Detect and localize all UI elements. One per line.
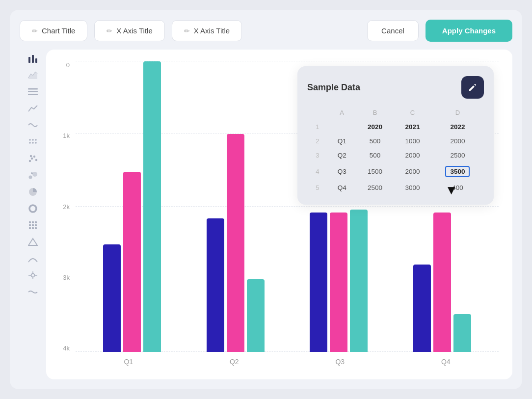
svg-point-8 (32, 139, 34, 141)
svg-point-11 (32, 142, 34, 144)
wave-chart-icon[interactable] (25, 118, 41, 132)
main-container: ✏ Chart Title ✏ X Axis Title ✏ X Axis Ti… (10, 10, 522, 389)
chart-title-label: Chart Title (42, 27, 75, 35)
svg-rect-23 (32, 221, 34, 223)
cell-r5-num: 5 (307, 181, 328, 195)
grid-dots-icon[interactable] (25, 218, 41, 232)
more-icon[interactable] (25, 285, 41, 299)
cell-r4-a: Q3 (328, 162, 356, 181)
svg-rect-5 (28, 91, 38, 93)
svg-rect-6 (28, 94, 38, 95)
bar-q3-teal (350, 210, 368, 352)
bar-group-q2 (184, 61, 288, 352)
cell-r2-a: Q1 (328, 134, 356, 148)
svg-point-18 (29, 176, 32, 179)
col-header-a: A (328, 106, 356, 120)
bar-q3-pink (330, 213, 347, 352)
table-row: 1 2020 2021 2022 (307, 120, 484, 134)
svg-point-10 (29, 142, 31, 144)
ring-icon[interactable] (25, 202, 41, 215)
svg-point-15 (33, 156, 35, 158)
cell-r2-d: 2000 (431, 134, 484, 148)
bar-q1-blue (103, 244, 121, 352)
cell-r4-c: 2000 (394, 162, 431, 181)
svg-point-14 (31, 158, 33, 160)
apply-changes-button[interactable]: Apply Changes (426, 20, 512, 42)
cell-r3-b: 500 (356, 148, 394, 162)
cell-r2-c: 1000 (394, 134, 431, 148)
y-label-3k: 3k (63, 274, 70, 281)
cell-r4-b: 1500 (356, 162, 394, 181)
pie-icon[interactable] (25, 185, 41, 199)
x-axis-title-button-2[interactable]: ✏ X Axis Title (172, 20, 242, 41)
sidebar (20, 50, 46, 379)
cell-r5-c: 3000 (394, 181, 431, 195)
bar-chart-icon[interactable] (25, 52, 41, 65)
col-header-d: D (431, 106, 484, 120)
cell-r3-a: Q2 (328, 148, 356, 162)
popup-title: Sample Data (307, 82, 360, 93)
cell-r1-a (328, 120, 356, 134)
arc-icon[interactable] (25, 252, 41, 266)
apply-label: Apply Changes (442, 27, 496, 35)
cell-r2-b: 500 (356, 134, 394, 148)
edit-icon-chart: ✏ (32, 27, 38, 35)
y-label-0: 0 (66, 61, 70, 69)
svg-rect-22 (29, 221, 31, 223)
dots-grid-icon[interactable] (25, 135, 41, 149)
svg-rect-0 (28, 57, 30, 63)
cell-r4-d[interactable]: 3500 (431, 162, 484, 181)
svg-rect-25 (29, 224, 31, 226)
x-axis-title-label-2: X Axis Title (194, 27, 230, 35)
bar-q4-teal (453, 314, 471, 352)
x-axis-title-button-1[interactable]: ✏ X Axis Title (94, 20, 164, 41)
bar-q2-pink (227, 134, 244, 352)
table-row: 5 Q4 2500 3000 400 ▼ (307, 181, 484, 195)
cell-r5-a: Q4 (328, 181, 356, 195)
x-label-q2: Q2 (182, 354, 288, 372)
bubble-icon[interactable] (25, 168, 41, 182)
svg-point-16 (35, 159, 37, 161)
svg-point-19 (32, 172, 37, 177)
x-label-q4: Q4 (393, 354, 499, 372)
bar-q1-teal (143, 61, 161, 352)
table-row: 2 Q1 500 1000 2000 (307, 134, 484, 148)
scatter-icon[interactable] (25, 152, 41, 165)
svg-rect-29 (32, 227, 34, 229)
table-row: 4 Q3 1500 2000 3500 (307, 162, 484, 181)
bar-q2-blue (207, 218, 224, 352)
chart-title-button[interactable]: ✏ Chart Title (20, 20, 87, 41)
svg-rect-30 (35, 227, 37, 229)
cell-r1-c: 2021 (394, 120, 431, 134)
cancel-button[interactable]: Cancel (367, 20, 419, 41)
svg-rect-1 (32, 55, 34, 63)
content-area: 4k 3k 2k 1k 0 (20, 50, 512, 379)
list-icon[interactable] (25, 85, 41, 99)
node-icon[interactable] (25, 268, 41, 282)
chart-area: 4k 3k 2k 1k 0 (46, 50, 512, 379)
svg-point-9 (35, 139, 37, 141)
edit-icon-xaxis1: ✏ (106, 27, 112, 35)
table-row: 3 Q2 500 2000 2500 (307, 148, 484, 162)
highlighted-cell-3500[interactable]: 3500 (445, 166, 470, 177)
cancel-label: Cancel (381, 27, 404, 35)
svg-rect-27 (35, 224, 37, 226)
x-label-q3: Q3 (287, 354, 393, 372)
svg-rect-28 (29, 227, 31, 229)
svg-point-12 (35, 142, 37, 144)
popup-header: Sample Data (307, 76, 484, 99)
col-header-rownum (307, 106, 328, 120)
y-label-2k: 2k (63, 203, 70, 211)
edit-data-button[interactable] (461, 76, 484, 99)
svg-rect-24 (35, 221, 37, 223)
svg-point-21 (29, 205, 36, 212)
area-chart-icon[interactable] (25, 68, 41, 82)
cell-r5-d: 400 ▼ (431, 181, 484, 195)
triangle-icon[interactable] (25, 235, 41, 249)
toolbar: ✏ Chart Title ✏ X Axis Title ✏ X Axis Ti… (20, 20, 512, 42)
cell-r5-b: 2500 (356, 181, 394, 195)
edit-icon-xaxis2: ✏ (184, 27, 190, 35)
line-chart-icon[interactable] (25, 102, 41, 115)
x-axis-labels: Q1 Q2 Q3 Q4 (76, 354, 499, 372)
col-header-c: C (394, 106, 431, 120)
